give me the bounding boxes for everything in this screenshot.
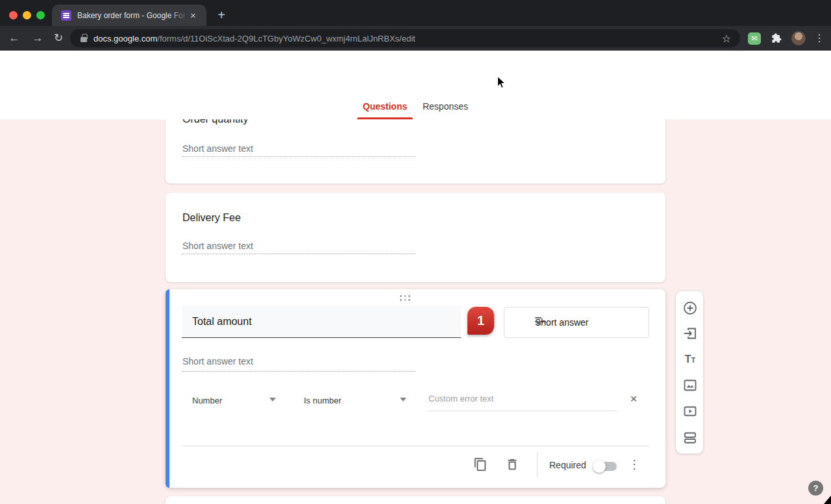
question-card-total-amount-active[interactable]: Total amount 1 Short answer Short answer… bbox=[166, 289, 665, 488]
back-button[interactable]: ← bbox=[6, 31, 22, 45]
screen: Bakery order form - Google For × + ← → ↻… bbox=[0, 0, 831, 504]
mail-extension-icon[interactable]: ✉ bbox=[748, 32, 761, 45]
answer-underline bbox=[182, 254, 416, 254]
question-card-delivery-fee[interactable]: Delivery Fee Short answer text bbox=[166, 193, 665, 282]
question-card-partial[interactable] bbox=[166, 496, 665, 504]
forward-button[interactable]: → bbox=[30, 31, 45, 45]
browser-tab-strip: Bakery order form - Google For × + bbox=[0, 0, 831, 26]
forms-favicon-icon bbox=[61, 10, 71, 21]
duplicate-question-icon[interactable] bbox=[473, 457, 488, 472]
answer-underline bbox=[182, 156, 416, 157]
validation-type-dropdown[interactable]: Number bbox=[192, 396, 222, 405]
drag-handle-icon[interactable] bbox=[400, 295, 412, 302]
side-toolbar: TT bbox=[675, 291, 704, 454]
address-bar[interactable]: docs.google.com /forms/d/11OiScXtad-2Q9L… bbox=[70, 29, 740, 47]
reload-button[interactable]: ↻ bbox=[51, 31, 66, 45]
dropdown-caret-icon bbox=[269, 398, 276, 402]
question-more-menu-icon[interactable]: ⋮ bbox=[628, 457, 639, 472]
answer-placeholder: Short answer text bbox=[182, 241, 253, 251]
add-section-icon[interactable] bbox=[682, 430, 698, 446]
add-video-icon[interactable] bbox=[682, 403, 698, 419]
tab-questions[interactable]: Questions bbox=[357, 101, 413, 112]
validation-condition-dropdown[interactable]: Is number bbox=[304, 396, 341, 405]
card-footer-divider bbox=[182, 446, 649, 446]
new-tab-button[interactable]: + bbox=[213, 6, 230, 23]
toggle-knob bbox=[593, 460, 606, 473]
question-type-label: Short answer bbox=[535, 317, 588, 328]
close-window-button[interactable] bbox=[9, 11, 18, 19]
custom-error-text-input[interactable] bbox=[428, 387, 617, 411]
minimize-window-button[interactable] bbox=[23, 11, 31, 19]
add-image-icon[interactable] bbox=[682, 378, 698, 393]
answer-underline bbox=[182, 371, 416, 372]
question-title-value: Total amount bbox=[192, 316, 252, 328]
browser-profile-avatar[interactable] bbox=[791, 31, 806, 45]
url-host: docs.google.com bbox=[93, 34, 157, 43]
question-title-input[interactable]: Total amount bbox=[182, 306, 461, 338]
dropdown-caret-icon bbox=[535, 321, 541, 325]
remove-validation-icon[interactable]: × bbox=[626, 392, 641, 406]
bookmark-star-icon[interactable]: ☆ bbox=[722, 32, 731, 45]
question-type-dropdown[interactable]: Short answer bbox=[504, 307, 649, 338]
add-question-icon[interactable] bbox=[682, 300, 698, 316]
delete-question-icon[interactable] bbox=[505, 457, 519, 472]
help-button[interactable]: ? bbox=[808, 481, 823, 496]
dropdown-caret-icon bbox=[400, 398, 406, 402]
tab-responses[interactable]: Responses bbox=[422, 101, 469, 112]
footer-divider-vertical bbox=[537, 452, 538, 477]
corner-cursor-artifact bbox=[824, 496, 831, 504]
lock-icon bbox=[81, 37, 87, 42]
zoom-window-button[interactable] bbox=[36, 11, 45, 19]
extensions-puzzle-icon[interactable] bbox=[770, 32, 783, 47]
question-title[interactable]: Order quantity bbox=[182, 119, 248, 125]
forms-header: Bakery order form ☆ Send ⋮ V bbox=[0, 51, 831, 96]
browser-tab[interactable]: Bakery order form - Google For × bbox=[52, 5, 206, 26]
tab-title: Bakery order form - Google For bbox=[77, 11, 188, 20]
mouse-cursor bbox=[497, 76, 506, 93]
form-tabs: Questions Responses bbox=[0, 96, 831, 119]
question-title[interactable]: Delivery Fee bbox=[182, 212, 241, 224]
import-questions-icon[interactable] bbox=[682, 326, 698, 341]
add-title-icon[interactable]: TT bbox=[682, 352, 698, 367]
form-canvas: Order quantity Short answer text Deliver… bbox=[0, 119, 831, 504]
answer-placeholder: Short answer text bbox=[182, 356, 253, 366]
answer-placeholder: Short answer text bbox=[182, 143, 253, 154]
tab-close-icon[interactable]: × bbox=[190, 10, 196, 20]
url-path: /forms/d/11OiScXtad-2Q9LcTGbyYoWzCw0_wxm… bbox=[157, 34, 716, 43]
required-label: Required bbox=[549, 460, 586, 470]
question-card-order-quantity[interactable]: Order quantity Short answer text bbox=[166, 119, 665, 184]
browser-menu-icon[interactable]: ⋮ bbox=[814, 30, 825, 46]
required-toggle[interactable] bbox=[595, 462, 617, 471]
active-card-indicator-bar bbox=[166, 289, 169, 488]
annotation-step-badge: 1 bbox=[467, 307, 494, 335]
